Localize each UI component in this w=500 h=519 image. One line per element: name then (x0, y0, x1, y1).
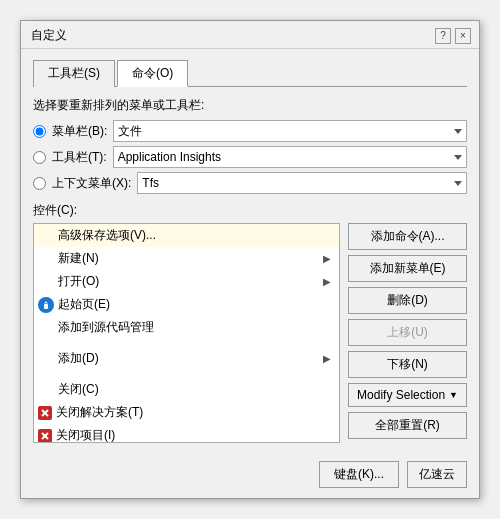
list-item-text: 关闭(C) (58, 381, 99, 398)
move-down-button[interactable]: 下移(N) (348, 351, 467, 378)
list-item[interactable]: 添加到源代码管理 (34, 316, 339, 339)
radio-toolbar-label: 工具栏(T): (52, 149, 107, 166)
commands-listbox[interactable]: 高级保存选项(V)... 新建(N) ▶ 打开(O) ▶ (33, 223, 340, 443)
move-up-button[interactable]: 上移(U) (348, 319, 467, 346)
title-bar-buttons: ? × (435, 28, 471, 44)
list-item[interactable]: 打开(O) ▶ (34, 270, 339, 293)
list-item[interactable]: 新建(N) ▶ (34, 247, 339, 270)
tab-bar: 工具栏(S) 命令(O) (33, 59, 467, 87)
submenu-arrow-icon: ▶ (323, 253, 331, 264)
dialog-body: 工具栏(S) 命令(O) 选择要重新排列的菜单或工具栏: 菜单栏(B): 文件 … (21, 49, 479, 498)
circle-blue-icon (38, 297, 54, 313)
close-button[interactable]: × (455, 28, 471, 44)
close-dialog-button[interactable]: 亿速云 (407, 461, 467, 488)
radio-row-context: 上下文菜单(X): Tfs (33, 172, 467, 194)
radio-context[interactable] (33, 177, 46, 190)
list-item-text: 起始页(E) (58, 296, 110, 313)
submenu-arrow-icon: ▶ (323, 276, 331, 287)
keyboard-button[interactable]: 键盘(K)... (319, 461, 399, 488)
list-item[interactable]: 关闭(C) (34, 378, 339, 401)
submenu-arrow-icon: ▶ (323, 353, 331, 364)
tab-toolbar-label: 工具栏(S) (48, 66, 100, 80)
radio-row-menubar: 菜单栏(B): 文件 (33, 120, 467, 142)
list-item[interactable]: 关闭项目(I) (34, 424, 339, 443)
add-menu-button[interactable]: 添加新菜单(E) (348, 255, 467, 282)
select-toolbar[interactable]: Application Insights (113, 146, 467, 168)
radio-context-label: 上下文菜单(X): (52, 175, 131, 192)
dialog: 自定义 ? × 工具栏(S) 命令(O) 选择要重新排列的菜单或工具栏: 菜单栏… (20, 20, 480, 499)
button-panel: 添加命令(A)... 添加新菜单(E) 删除(D) 上移(U) 下移(N) Mo… (348, 223, 467, 443)
radio-group: 菜单栏(B): 文件 工具栏(T): Application Insights … (33, 120, 467, 194)
list-item-text: 新建(N) (58, 250, 99, 267)
section-label: 选择要重新排列的菜单或工具栏: (33, 97, 467, 114)
list-item[interactable]: 起始页(E) (34, 293, 339, 316)
list-item[interactable]: 高级保存选项(V)... (34, 224, 339, 247)
controls-label: 控件(C): (33, 202, 467, 219)
title-bar: 自定义 ? × (21, 21, 479, 49)
tab-command[interactable]: 命令(O) (117, 60, 188, 87)
modify-dropdown-arrow-icon: ▼ (449, 390, 458, 400)
list-item-text: 关闭项目(I) (56, 427, 115, 443)
main-area: 高级保存选项(V)... 新建(N) ▶ 打开(O) ▶ (33, 223, 467, 443)
help-button[interactable]: ? (435, 28, 451, 44)
list-item-text: 添加到源代码管理 (58, 319, 154, 336)
tab-toolbar[interactable]: 工具栏(S) (33, 60, 115, 87)
list-separator (34, 370, 339, 378)
radio-toolbar[interactable] (33, 151, 46, 164)
list-item-text: 添加(D) (58, 350, 99, 367)
select-context[interactable]: Tfs (137, 172, 467, 194)
radio-row-toolbar: 工具栏(T): Application Insights (33, 146, 467, 168)
modify-selection-label: Modify Selection (357, 388, 445, 402)
reset-all-button[interactable]: 全部重置(R) (348, 412, 467, 439)
svg-rect-0 (44, 304, 48, 309)
modify-selection-button[interactable]: Modify Selection ▼ (348, 383, 467, 407)
red-x-icon (38, 429, 52, 443)
delete-button[interactable]: 删除(D) (348, 287, 467, 314)
radio-menubar[interactable] (33, 125, 46, 138)
list-item-text: 关闭解决方案(T) (56, 404, 143, 421)
list-separator (34, 339, 339, 347)
red-x-icon (38, 406, 52, 420)
add-command-button[interactable]: 添加命令(A)... (348, 223, 467, 250)
list-item[interactable]: 关闭解决方案(T) (34, 401, 339, 424)
list-item-text: 高级保存选项(V)... (58, 227, 156, 244)
tab-command-label: 命令(O) (132, 66, 173, 80)
radio-menubar-label: 菜单栏(B): (52, 123, 107, 140)
list-item-text: 打开(O) (58, 273, 99, 290)
select-menubar[interactable]: 文件 (113, 120, 467, 142)
footer: 键盘(K)... 亿速云 (33, 453, 467, 488)
list-item[interactable]: 添加(D) ▶ (34, 347, 339, 370)
dialog-title: 自定义 (31, 27, 67, 44)
